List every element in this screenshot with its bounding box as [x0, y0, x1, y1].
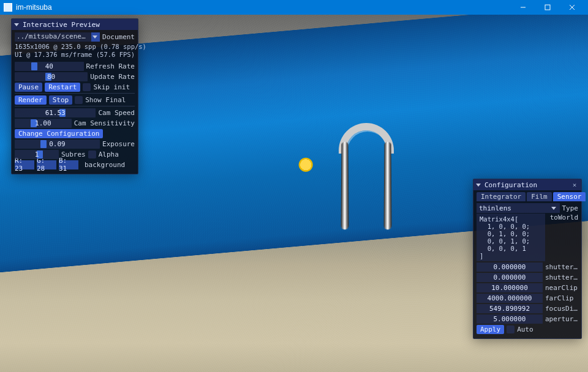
param-farClip-input[interactable]: 4000.000000 — [477, 294, 543, 303]
param-shutterClose-label: shutterClose — [545, 273, 578, 281]
config-tabbar: Integrator Film Sensor — [477, 192, 578, 201]
pool-ladder-geometry — [341, 136, 415, 234]
configuration-panel[interactable]: Configuration × Integrator Film Sensor t… — [473, 179, 582, 339]
window-titlebar: im-mitsuba — [0, 0, 588, 15]
svg-rect-1 — [545, 5, 550, 10]
tab-film[interactable]: Film — [527, 192, 552, 201]
param-shutterOpen-input[interactable]: 0.000000 — [477, 262, 543, 272]
scene-path-dropdown[interactable] — [91, 32, 100, 42]
bg-color-g[interactable]: G: 28 — [37, 160, 56, 169]
type-label: Type — [562, 204, 579, 212]
alpha-label: Alpha — [99, 151, 119, 158]
param-nearClip-input[interactable]: 10.000000 — [477, 283, 543, 292]
tab-sensor[interactable]: Sensor — [553, 192, 586, 201]
to-world-matrix-input[interactable]: Matrix4x4[ 1, 0, 0, 0; 0, 1, 0, 0; 0, 0,… — [477, 214, 545, 261]
background-label: background — [85, 161, 125, 169]
cam-sensitivity-slider[interactable]: 1.00 — [15, 119, 72, 128]
pause-button[interactable]: Pause — [15, 83, 42, 92]
tab-integrator[interactable]: Integrator — [477, 192, 526, 201]
minimize-button[interactable] — [511, 0, 535, 15]
change-configuration-button[interactable]: Change Configuration — [15, 129, 103, 138]
skip-init-checkbox[interactable] — [83, 83, 91, 91]
sensor-type-value: thinlens — [479, 204, 511, 212]
skip-init-label: Skip init — [93, 83, 130, 91]
param-shutterOpen-label: shutterOpen — [545, 263, 578, 271]
show-final-checkbox[interactable] — [75, 96, 83, 104]
param-focusDistance-label: focusDistance — [545, 305, 578, 313]
update-rate-slider[interactable]: 80 — [15, 72, 88, 81]
update-rate-label: Update Rate — [90, 73, 135, 81]
param-focusDistance-input[interactable]: 549.890992 — [477, 304, 543, 313]
configuration-panel-title: Configuration — [484, 181, 537, 189]
apply-button[interactable]: Apply — [477, 325, 504, 334]
param-shutterClose-input[interactable]: 0.000000 — [477, 273, 543, 282]
sensor-type-combo[interactable]: thinlens — [477, 203, 560, 213]
auto-checkbox[interactable] — [507, 326, 514, 333]
preview-panel-header[interactable]: Interactive Preview — [12, 19, 138, 30]
app-icon — [4, 3, 12, 12]
render-stats: 1635x1006 @ 235.0 spp (0.78 spp/s) UI @ … — [15, 43, 135, 59]
interactive-preview-panel[interactable]: Interactive Preview ../mitsuba/scenes/po… — [11, 18, 138, 174]
render-button[interactable]: Render — [15, 95, 47, 105]
cam-sensitivity-label: Cam Sensitivity — [74, 119, 135, 127]
collapse-icon[interactable] — [14, 23, 19, 26]
cam-speed-label: Cam Speed — [98, 109, 135, 117]
param-farClip-label: farClip — [545, 294, 578, 302]
subres-slider[interactable]: 1 — [15, 150, 59, 159]
cam-speed-slider[interactable]: 61.53 — [15, 108, 96, 117]
close-button[interactable] — [560, 0, 584, 15]
bg-color-r[interactable]: R: 23 — [15, 160, 34, 169]
param-nearClip-label: nearClip — [545, 284, 578, 292]
exposure-label: Exposure — [102, 140, 135, 148]
param-apertureRadius-input[interactable]: 5.000000 — [477, 314, 543, 324]
window-controls — [511, 0, 584, 15]
configuration-panel-header[interactable]: Configuration × — [473, 179, 581, 190]
refresh-rate-label: Refresh Rate — [86, 62, 135, 70]
panel-close-icon[interactable]: × — [570, 181, 579, 189]
collapse-icon[interactable] — [476, 184, 481, 187]
stop-button[interactable]: Stop — [49, 95, 73, 105]
to-world-label: toWorld — [550, 214, 578, 221]
chevron-down-icon — [551, 207, 556, 210]
document-label: Document — [102, 33, 135, 41]
bg-color-b[interactable]: B: 31 — [59, 160, 78, 169]
window-title: im-mitsuba — [16, 3, 511, 12]
maximize-button[interactable] — [535, 0, 560, 15]
param-apertureRadius-label: apertureRadius — [545, 315, 578, 323]
show-final-label: Show Final — [85, 96, 126, 104]
alpha-checkbox[interactable] — [88, 151, 96, 158]
scene-path-input[interactable]: ../mitsuba/scenes/pool/poo — [15, 32, 91, 42]
preview-panel-title: Interactive Preview — [23, 21, 100, 29]
exposure-slider[interactable]: 0.09 — [15, 140, 100, 149]
auto-label: Auto — [517, 326, 533, 333]
refresh-rate-slider[interactable]: 40 — [15, 62, 84, 71]
restart-button[interactable]: Restart — [45, 83, 80, 92]
